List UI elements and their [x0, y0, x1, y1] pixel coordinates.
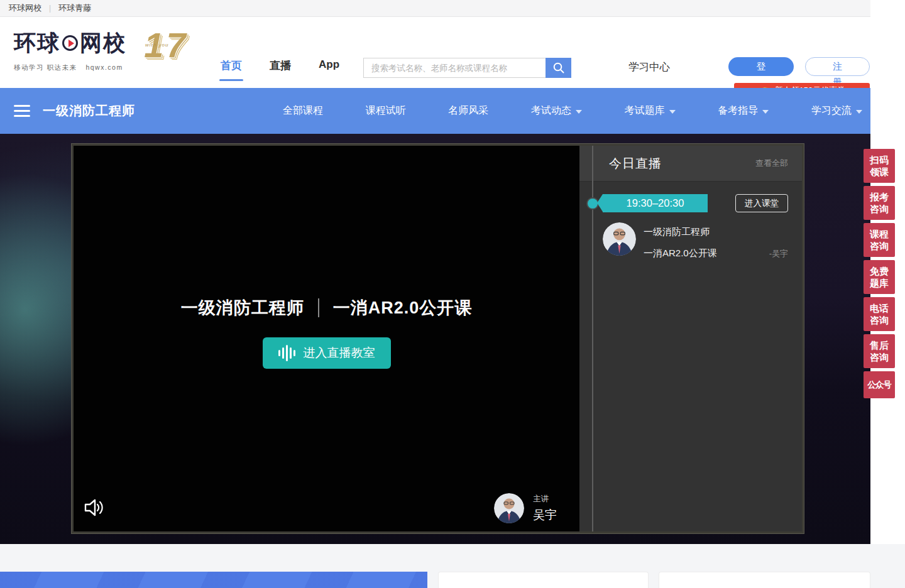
cat-item-question-bank[interactable]: 考试题库	[625, 104, 676, 117]
anniversary-17-emblem: 17 with you	[130, 21, 202, 70]
panel-header: 今日直播 查看全部	[579, 146, 802, 182]
session-teacher-name: -吴宇	[769, 248, 788, 259]
search-bar	[363, 58, 571, 78]
timeline-dot	[588, 199, 598, 209]
hamburger-menu-icon[interactable]	[14, 105, 30, 117]
nav-home[interactable]: 首页	[221, 58, 242, 73]
cat-item-teachers[interactable]: 名师风采	[448, 104, 488, 117]
cat-item-trial[interactable]: 课程试听	[366, 104, 406, 117]
category-nav: 一级消防工程师 全部课程 课程试听 名师风采 考试动态 考试题库 备考指导 学习…	[0, 88, 870, 134]
enter-live-room-button[interactable]: 进入直播教室	[263, 337, 391, 369]
session-time-tag: 19:30–20:30	[603, 194, 708, 212]
cat-item-study-exchange[interactable]: 学习交流	[811, 104, 862, 117]
chevron-down-icon	[576, 110, 582, 114]
presenter-text: 主讲 吴宇	[533, 494, 557, 523]
side-button-enrollment-consult[interactable]: 报考咨询	[864, 186, 895, 220]
nav-app[interactable]: App	[319, 58, 339, 73]
cat-item-prep-guide[interactable]: 备考指导	[718, 104, 769, 117]
side-button-scan-qr[interactable]: 扫码领课	[864, 149, 895, 183]
logo-play-icon	[62, 35, 78, 51]
waveform-icon	[278, 345, 295, 361]
enter-live-room-label: 进入直播教室	[304, 345, 375, 361]
chevron-down-icon	[669, 110, 676, 114]
video-title: 一级消防工程师 一消AR2.0公开课	[74, 297, 579, 319]
content-card	[438, 572, 649, 588]
topbar-link-hqwx[interactable]: 环球网校	[9, 3, 41, 14]
presenter-avatar	[494, 493, 524, 523]
chevron-down-icon	[856, 110, 862, 114]
presenter-name: 吴宇	[533, 507, 557, 523]
presenter-role-label: 主讲	[533, 494, 557, 504]
promo-banner[interactable]	[0, 572, 427, 588]
logo-slogan: 移动学习 职达未来	[14, 63, 77, 72]
content-card	[659, 572, 870, 588]
category-title: 一级消防工程师	[43, 102, 135, 119]
panel-title: 今日直播	[609, 155, 662, 172]
emblem-caption: with you	[145, 42, 168, 48]
nav-live[interactable]: 直播	[270, 58, 291, 73]
logo-domain: hqwx.com	[85, 63, 123, 72]
search-button[interactable]	[546, 58, 571, 78]
live-session-item[interactable]: 一级消防工程师 一消AR2.0公开课 -吴宇	[603, 222, 788, 259]
side-button-official-account[interactable]: 公众号	[864, 371, 895, 398]
cat-item-exam-news[interactable]: 考试动态	[531, 104, 582, 117]
logo-wordmark: 环球 网校	[14, 28, 126, 58]
search-icon	[552, 62, 565, 74]
category-items: 全部课程 课程试听 名师风采 考试动态 考试题库 备考指导 学习交流	[283, 104, 862, 117]
live-session-info: 一级消防工程师 一消AR2.0公开课 -吴宇	[644, 222, 788, 259]
hero-section: 一级消防工程师 一消AR2.0公开课 进入直播教室	[0, 134, 870, 544]
live-stage-container: 一级消防工程师 一消AR2.0公开课 进入直播教室	[71, 143, 804, 534]
cat-item-all-courses[interactable]: 全部课程	[283, 104, 323, 117]
side-button-free-question-bank[interactable]: 免费题库	[864, 260, 895, 294]
logo-text-1: 环球	[14, 28, 60, 58]
topbar-separator: |	[49, 4, 51, 13]
top-strip: 环球网校 | 环球青藤	[0, 0, 870, 17]
learning-center-link[interactable]: 学习中心	[628, 60, 670, 74]
topbar-link-qingteng[interactable]: 环球青藤	[58, 3, 91, 14]
video-course-name: 一级消防工程师	[181, 297, 304, 319]
teacher-avatar	[603, 222, 636, 256]
main-nav: 首页 直播 App	[221, 58, 339, 73]
speaker-icon	[84, 498, 105, 518]
register-button[interactable]: 注	[805, 57, 870, 76]
side-float-menu: 扫码领课 报考咨询 课程咨询 免费题库 电话咨询 售后咨询 公众号	[864, 149, 895, 398]
today-live-panel: 今日直播 查看全部 19:30–20:30 进入课堂	[579, 146, 802, 531]
site-header: 环球 网校 移动学习 职达未来 hqwx.com 17 with you 首页 …	[0, 17, 870, 88]
enter-classroom-button[interactable]: 进入课堂	[735, 194, 788, 212]
logo-tagline: 移动学习 职达未来 hqwx.com	[14, 63, 126, 72]
volume-button[interactable]	[84, 498, 105, 520]
site-logo[interactable]: 环球 网校 移动学习 职达未来 hqwx.com	[14, 28, 126, 72]
side-button-phone-consult[interactable]: 电话咨询	[864, 297, 895, 331]
session-lesson-name: 一消AR2.0公开课	[644, 248, 717, 259]
session-course-name: 一级消防工程师	[644, 226, 788, 238]
login-button[interactable]: 登	[728, 57, 794, 76]
bottom-section	[0, 544, 905, 588]
logo-text-2: 网校	[80, 28, 126, 58]
register-clipped-text: 册	[805, 77, 870, 83]
search-input[interactable]	[363, 58, 546, 78]
chevron-down-icon	[762, 110, 769, 114]
side-button-course-consult[interactable]: 课程咨询	[864, 223, 895, 257]
presenter-info: 主讲 吴宇	[494, 493, 557, 523]
side-button-aftersales-consult[interactable]: 售后咨询	[864, 334, 895, 368]
video-lesson-name: 一消AR2.0公开课	[333, 297, 473, 319]
session-row: 19:30–20:30 进入课堂	[603, 194, 788, 212]
title-divider	[318, 298, 319, 317]
view-all-link[interactable]: 查看全部	[755, 158, 788, 169]
video-player[interactable]: 一级消防工程师 一消AR2.0公开课 进入直播教室	[74, 146, 579, 531]
